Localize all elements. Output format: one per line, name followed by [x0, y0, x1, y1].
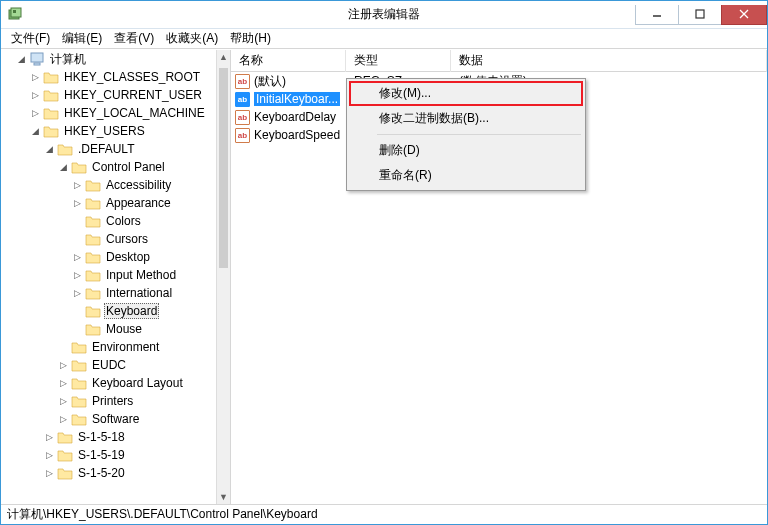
tree-node-accessibility[interactable]: ▷Accessibility	[1, 176, 216, 194]
window-title: 注册表编辑器	[348, 6, 420, 23]
svg-rect-7	[31, 53, 43, 62]
status-path: 计算机\HKEY_USERS\.DEFAULT\Control Panel\Ke…	[7, 506, 318, 523]
ctx-modify-binary[interactable]: 修改二进制数据(B)...	[349, 106, 583, 131]
menu-edit[interactable]: 编辑(E)	[56, 28, 108, 49]
tree-node-hklm[interactable]: ▷HKEY_LOCAL_MACHINE	[1, 104, 216, 122]
maximize-button[interactable]	[678, 5, 722, 25]
tree-node-appearance[interactable]: ▷Appearance	[1, 194, 216, 212]
minimize-button[interactable]	[635, 5, 679, 25]
close-button[interactable]	[721, 5, 767, 25]
tree-node-controlpanel[interactable]: ◢Control Panel	[1, 158, 216, 176]
tree-node-default[interactable]: ◢.DEFAULT	[1, 140, 216, 158]
scrollbar-thumb[interactable]	[219, 68, 228, 268]
tree-node-keyboardlayout[interactable]: ▷Keyboard Layout	[1, 374, 216, 392]
svg-rect-8	[34, 63, 40, 65]
tree-node-printers[interactable]: ▷Printers	[1, 392, 216, 410]
tree-node-desktop[interactable]: ▷Desktop	[1, 248, 216, 266]
status-bar: 计算机\HKEY_USERS\.DEFAULT\Control Panel\Ke…	[1, 504, 767, 524]
menu-help[interactable]: 帮助(H)	[224, 28, 277, 49]
ctx-separator	[377, 134, 581, 135]
menu-favorites[interactable]: 收藏夹(A)	[160, 28, 224, 49]
tree-node-s1519[interactable]: ▷S-1-5-19	[1, 446, 216, 464]
ctx-modify[interactable]: 修改(M)...	[349, 81, 583, 106]
scroll-down-arrow[interactable]: ▼	[217, 490, 230, 504]
menu-view[interactable]: 查看(V)	[108, 28, 160, 49]
col-type[interactable]: 类型	[346, 49, 451, 72]
tree-node-hku[interactable]: ◢HKEY_USERS	[1, 122, 216, 140]
string-value-icon: ab	[235, 110, 250, 125]
string-value-icon: ab	[235, 74, 250, 89]
tree-node-keyboard[interactable]: ▷Keyboard	[1, 302, 216, 320]
title-bar: 注册表编辑器	[1, 1, 767, 29]
scroll-up-arrow[interactable]: ▲	[217, 50, 230, 64]
tree-node-software[interactable]: ▷Software	[1, 410, 216, 428]
tree-node-mouse[interactable]: ▷Mouse	[1, 320, 216, 338]
tree-node-international[interactable]: ▷International	[1, 284, 216, 302]
tree-node-computer[interactable]: ◢计算机	[1, 50, 216, 68]
string-value-icon: ab	[235, 128, 250, 143]
list-header: 名称 类型 数据	[231, 50, 767, 72]
svg-rect-2	[13, 10, 16, 13]
col-name[interactable]: 名称	[231, 49, 346, 72]
string-value-icon: ab	[235, 92, 250, 107]
tree-node-s1520[interactable]: ▷S-1-5-20	[1, 464, 216, 482]
window-controls	[636, 5, 767, 25]
tree-node-hkcu[interactable]: ▷HKEY_CURRENT_USER	[1, 86, 216, 104]
menu-bar: 文件(F) 编辑(E) 查看(V) 收藏夹(A) 帮助(H)	[1, 29, 767, 49]
tree-node-inputmethod[interactable]: ▷Input Method	[1, 266, 216, 284]
col-data[interactable]: 数据	[451, 49, 767, 72]
tree-scrollbar[interactable]: ▲ ▼	[216, 50, 230, 504]
tree-node-hkcr[interactable]: ▷HKEY_CLASSES_ROOT	[1, 68, 216, 86]
context-menu: 修改(M)... 修改二进制数据(B)... 删除(D) 重命名(R)	[346, 78, 586, 191]
main-area: ◢计算机 ▷HKEY_CLASSES_ROOT ▷HKEY_CURRENT_US…	[1, 49, 767, 504]
tree-node-environment[interactable]: ▷Environment	[1, 338, 216, 356]
ctx-rename[interactable]: 重命名(R)	[349, 163, 583, 188]
menu-file[interactable]: 文件(F)	[5, 28, 56, 49]
svg-rect-4	[696, 10, 704, 18]
tree-node-eudc[interactable]: ▷EUDC	[1, 356, 216, 374]
ctx-delete[interactable]: 删除(D)	[349, 138, 583, 163]
tree-pane: ◢计算机 ▷HKEY_CLASSES_ROOT ▷HKEY_CURRENT_US…	[1, 50, 231, 504]
app-icon	[7, 7, 23, 23]
values-pane: 名称 类型 数据 ab(默认) REG_SZ (数值未设置) abInitial…	[231, 50, 767, 504]
tree-node-cursors[interactable]: ▷Cursors	[1, 230, 216, 248]
tree-node-colors[interactable]: ▷Colors	[1, 212, 216, 230]
tree-node-s1518[interactable]: ▷S-1-5-18	[1, 428, 216, 446]
